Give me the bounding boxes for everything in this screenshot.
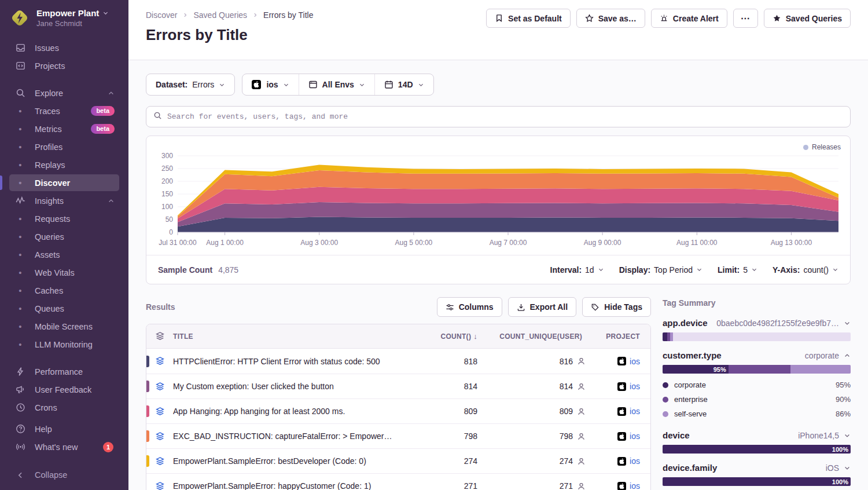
table-row[interactable]: My Custom exeption: User clicked the but… [146, 374, 650, 398]
sidebar-item-help[interactable]: Help [0, 420, 128, 438]
column-project[interactable]: PROJECT [586, 332, 650, 341]
sidebar-item-requests[interactable]: •Requests [0, 210, 128, 228]
row-project-link[interactable]: ios [586, 357, 650, 366]
limit-selector[interactable]: Limit: 5 [718, 265, 757, 275]
saved-queries-button[interactable]: Saved Queries [764, 9, 851, 28]
chart-legend[interactable]: Releases [803, 143, 841, 151]
project-filter[interactable]: ios [242, 74, 298, 95]
row-title[interactable]: EXC_BAD_INSTRUCTION: captureFatalError: … [173, 432, 406, 441]
row-title[interactable]: My Custom exeption: User clicked the but… [173, 382, 406, 391]
save-as-button[interactable]: Save as… [576, 9, 645, 28]
row-project-link[interactable]: ios [586, 456, 650, 466]
row-title[interactable]: EmpowerPlant.SampleError: bestDeveloper … [173, 456, 406, 466]
svg-text:250: 250 [161, 164, 173, 173]
tag-distribution-bar[interactable]: 95% [663, 365, 851, 374]
tag-bar-segment [790, 365, 851, 374]
row-project-label: ios [630, 407, 640, 416]
stack-icon[interactable] [146, 382, 173, 392]
sidebar-item-queries[interactable]: •Queries [0, 228, 128, 246]
sidebar-item-caches[interactable]: •Caches [0, 281, 128, 299]
sidebar-item-traces[interactable]: •Tracesbeta [0, 102, 128, 120]
breadcrumb-discover[interactable]: Discover [146, 10, 177, 20]
tag-header[interactable]: app.device0baebc0de4982f1255f2e9e9fb7… [663, 318, 851, 328]
tag-legend-row[interactable]: enterprise90% [663, 392, 851, 407]
sidebar-item-web-vitals[interactable]: •Web Vitals [0, 264, 128, 281]
row-project-link[interactable]: ios [586, 432, 650, 441]
dataset-selector[interactable]: Dataset: Errors [146, 74, 235, 96]
org-switcher[interactable]: Empower Plant Jane Schmidt [0, 0, 128, 32]
row-title[interactable]: HTTPClientError: HTTP Client Error with … [173, 357, 406, 366]
row-title[interactable]: EmpowerPlant.SampleError: happyCustomer … [173, 481, 406, 490]
column-count-unique[interactable]: COUNT_UNIQUE(USER) [479, 332, 586, 341]
row-project-label: ios [630, 432, 640, 441]
sidebar-item-metrics[interactable]: •Metricsbeta [0, 120, 128, 138]
sidebar-item-queues[interactable]: •Queues [0, 299, 128, 317]
sidebar-item-performance[interactable]: Performance [0, 363, 128, 381]
tag-header[interactable]: deviceiPhone14,5 [663, 430, 851, 440]
sidebar-item-llm-monitoring[interactable]: •LLM Monitoring [0, 335, 128, 353]
sidebar-item-issues[interactable]: Issues [0, 39, 128, 57]
page-filter-group: ios All Envs 14D [242, 74, 433, 96]
sidebar-item-user-feedback[interactable]: User Feedback [0, 381, 128, 398]
sidebar-item-discover[interactable]: •Discover [0, 174, 128, 192]
sidebar-item-crons[interactable]: Crons [0, 398, 128, 416]
display-selector[interactable]: Display: Top Period [619, 265, 703, 275]
stack-icon[interactable] [146, 481, 173, 490]
ios-project-icon [617, 482, 626, 490]
tag-header[interactable]: device.familyiOS [663, 463, 851, 473]
tag-distribution-bar[interactable]: 100% [663, 477, 851, 486]
stack-icon[interactable] [146, 356, 173, 366]
breadcrumb-saved-queries[interactable]: Saved Queries [193, 10, 247, 20]
columns-button[interactable]: Columns [437, 297, 502, 317]
y-axis-selector[interactable]: Y-Axis: count() [773, 265, 838, 275]
chevron-up-icon [108, 198, 115, 204]
row-project-link[interactable]: ios [586, 407, 650, 416]
sidebar-item-what-s-new[interactable]: What's new1 [0, 438, 128, 456]
bullet-icon: • [15, 286, 25, 295]
row-title[interactable]: App Hanging: App hanging for at least 20… [173, 407, 406, 416]
sidebar-item-mobile-screens[interactable]: •Mobile Screens [0, 317, 128, 335]
sidebar-item-label: Metrics [35, 125, 62, 134]
stack-icon[interactable] [146, 407, 173, 416]
table-row[interactable]: App Hanging: App hanging for at least 20… [146, 398, 650, 423]
stack-icon[interactable] [146, 456, 173, 466]
sliders-icon [446, 303, 454, 312]
sidebar-item-assets[interactable]: •Assets [0, 246, 128, 264]
date-range-filter[interactable]: 14D [374, 74, 433, 95]
search-input[interactable] [167, 112, 843, 121]
tag-header[interactable]: customer.typecorporate [663, 350, 851, 360]
bullet-icon: • [15, 178, 25, 187]
tag-legend-row[interactable]: self-serve86% [663, 407, 851, 421]
sidebar-collapse-button[interactable]: Collapse [0, 460, 128, 490]
column-count[interactable]: COUNT() ↓ [406, 332, 479, 341]
tag-distribution-bar[interactable] [663, 332, 851, 341]
sidebar-item-explore[interactable]: Explore [0, 84, 128, 102]
chevron-down-icon [283, 82, 289, 88]
table-row[interactable]: HTTPClientError: HTTP Client Error with … [146, 349, 650, 374]
set-as-default-button[interactable]: Set as Default [486, 9, 571, 28]
sidebar-item-replays[interactable]: •Replays [0, 156, 128, 174]
column-title[interactable]: TITLE [173, 332, 406, 341]
chevron-down-icon [219, 82, 225, 88]
table-row[interactable]: EmpowerPlant.SampleError: happyCustomer … [146, 473, 650, 490]
sidebar-item-profiles[interactable]: •Profiles [0, 138, 128, 156]
create-alert-button[interactable]: Create Alert [651, 9, 727, 28]
stack-icon[interactable] [146, 432, 173, 441]
limit-label: Limit: [718, 265, 740, 275]
export-all-button[interactable]: Export All [508, 297, 577, 317]
tag-distribution-bar[interactable]: 100% [663, 445, 851, 454]
interval-selector[interactable]: Interval: 1d [550, 265, 604, 275]
more-options-button[interactable]: ⋯ [733, 9, 758, 28]
environment-filter[interactable]: All Envs [299, 74, 374, 95]
tag-legend-row[interactable]: corporate95% [663, 378, 851, 392]
table-row[interactable]: EmpowerPlant.SampleError: bestDeveloper … [146, 448, 650, 473]
sidebar-item-label: Queues [35, 304, 64, 313]
chart[interactable]: Jul 31 00:00Aug 1 00:00Aug 3 00:00Aug 5 … [146, 136, 850, 255]
row-project-link[interactable]: ios [586, 382, 650, 391]
tag-device-family: device.familyiOS100% [663, 463, 851, 486]
table-row[interactable]: EXC_BAD_INSTRUCTION: captureFatalError: … [146, 423, 650, 448]
hide-tags-button[interactable]: Hide Tags [582, 297, 651, 317]
row-project-link[interactable]: ios [586, 481, 650, 490]
sidebar-item-insights[interactable]: Insights [0, 192, 128, 210]
sidebar-item-projects[interactable]: Projects [0, 57, 128, 75]
